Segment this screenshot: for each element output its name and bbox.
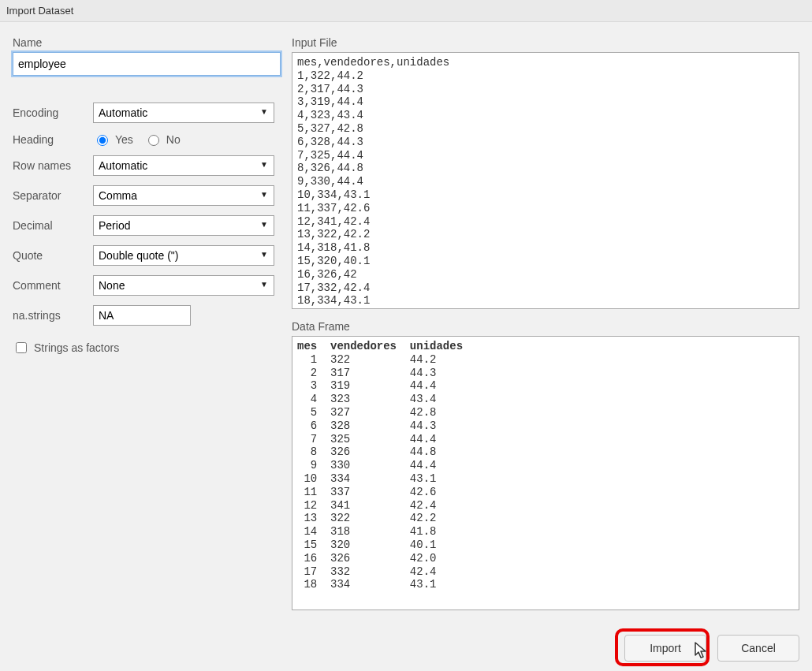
rownames-label: Row names: [13, 159, 87, 172]
heading-no-radio-wrap[interactable]: No: [144, 132, 181, 146]
separator-select[interactable]: Comma: [93, 185, 274, 206]
import-dataset-window: Import Dataset Name Encoding Automatic H…: [0, 0, 812, 671]
cancel-button[interactable]: Cancel: [717, 635, 799, 662]
preview-panel: Input File mes,vendedores,unidades 1,322…: [292, 36, 799, 624]
strings-as-factors-row[interactable]: Strings as factors: [13, 340, 281, 356]
heading-yes-radio-wrap[interactable]: Yes: [93, 132, 133, 146]
encoding-label: Encoding: [13, 106, 87, 119]
heading-no-radio[interactable]: [148, 135, 159, 146]
data-frame-preview[interactable]: mes vendedores unidades 1 322 44.2 2 317…: [292, 336, 799, 610]
encoding-select[interactable]: Automatic: [93, 103, 274, 123]
heading-row: Heading Yes No: [13, 132, 281, 146]
comment-label: Comment: [13, 279, 87, 292]
nastrings-label: na.strings: [13, 309, 87, 322]
name-label: Name: [13, 36, 281, 49]
strings-as-factors-checkbox[interactable]: [16, 342, 27, 353]
rownames-select[interactable]: Automatic: [93, 155, 274, 176]
heading-yes-label: Yes: [115, 133, 133, 146]
quote-select[interactable]: Double quote ("): [93, 245, 274, 266]
nastrings-input[interactable]: [93, 305, 191, 326]
encoding-row: Encoding Automatic: [13, 103, 281, 123]
name-input[interactable]: [13, 52, 281, 76]
separator-label: Separator: [13, 189, 87, 202]
decimal-select[interactable]: Period: [93, 215, 274, 236]
window-title: Import Dataset: [0, 0, 812, 22]
heading-yes-radio[interactable]: [97, 135, 108, 146]
quote-row: Quote Double quote ("): [13, 245, 281, 266]
nastrings-row: na.strings: [13, 305, 281, 326]
heading-no-label: No: [166, 133, 181, 146]
input-file-label: Input File: [292, 36, 799, 49]
import-button[interactable]: Import: [624, 635, 706, 662]
quote-label: Quote: [13, 249, 87, 262]
strings-as-factors-label: Strings as factors: [34, 341, 119, 354]
button-row: Import Cancel: [0, 624, 812, 671]
decimal-row: Decimal Period: [13, 215, 281, 236]
comment-row: Comment None: [13, 275, 281, 296]
options-panel: Name Encoding Automatic Heading Yes: [13, 36, 281, 624]
input-file-preview[interactable]: mes,vendedores,unidades 1,322,44.2 2,317…: [292, 52, 799, 309]
dialog-content: Name Encoding Automatic Heading Yes: [0, 22, 812, 624]
name-block: Name: [13, 36, 281, 76]
decimal-label: Decimal: [13, 219, 87, 232]
comment-select[interactable]: None: [93, 275, 274, 296]
rownames-row: Row names Automatic: [13, 155, 281, 176]
separator-row: Separator Comma: [13, 185, 281, 206]
data-frame-label: Data Frame: [292, 320, 799, 333]
heading-label: Heading: [13, 133, 87, 146]
